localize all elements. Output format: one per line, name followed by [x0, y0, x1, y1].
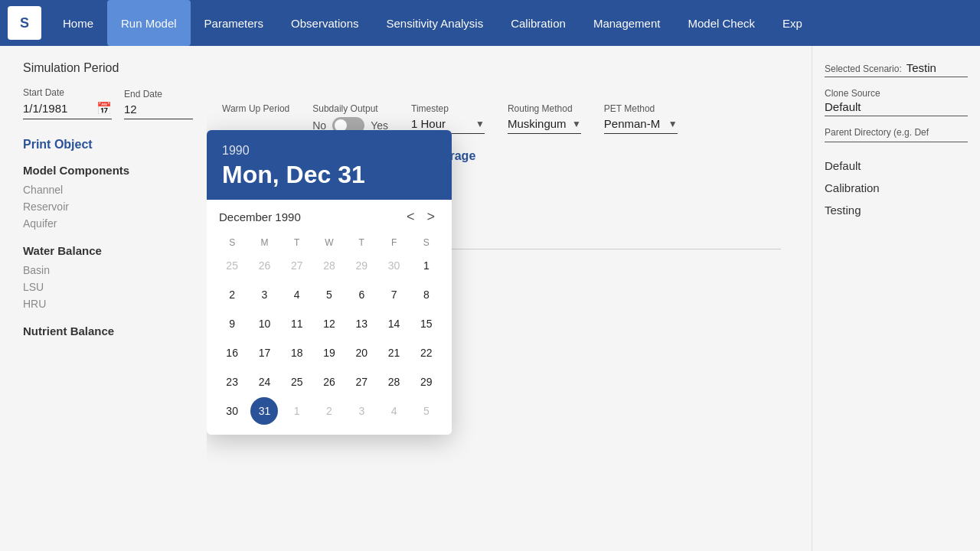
cal-cell-w1-d3[interactable]: 27: [283, 252, 311, 279]
cal-cell-w2-d5[interactable]: 6: [348, 281, 375, 308]
cal-cell-w5-d1[interactable]: 23: [218, 368, 246, 396]
day-header-t1: T: [281, 234, 313, 251]
cal-cell-w6-d6[interactable]: 4: [381, 397, 408, 425]
cal-cell-w5-d5[interactable]: 27: [348, 368, 375, 396]
cal-cell-w5-d7[interactable]: 29: [413, 368, 440, 396]
warmup-label: Warm Up Period: [222, 103, 289, 114]
nav-sensitivity[interactable]: Sensitivity Analysis: [372, 0, 497, 46]
day-header-s1: S: [216, 234, 248, 251]
routing-select[interactable]: Muskingum: [508, 117, 569, 130]
nav-observations[interactable]: Observations: [277, 0, 372, 46]
calendar-week-3: 9101112131415: [216, 309, 443, 338]
cal-cell-w3-d6[interactable]: 14: [381, 310, 408, 337]
cal-cell-w2-d2[interactable]: 3: [250, 281, 278, 308]
cal-cell-w3-d5[interactable]: 13: [348, 310, 375, 337]
calendar-week-2: 2345678: [216, 280, 443, 309]
sidebar-item-reservoir[interactable]: Reservoir: [23, 198, 184, 215]
cal-cell-w4-d4[interactable]: 19: [315, 339, 343, 367]
calendar-year: 1990: [222, 144, 436, 158]
start-date-label: Start Date: [23, 87, 112, 98]
cal-cell-w1-d4[interactable]: 28: [315, 252, 343, 279]
sim-period-label: Simulation Period: [23, 61, 184, 75]
date-fields-row: Start Date 📅 End Date: [23, 87, 184, 119]
cal-cell-w3-d1[interactable]: 9: [218, 310, 246, 337]
calendar-day-headers: S M T W T F S: [216, 234, 443, 251]
day-header-f: F: [377, 234, 410, 251]
cal-cell-w1-d5[interactable]: 29: [348, 252, 375, 279]
cal-cell-w6-d5[interactable]: 3: [348, 397, 375, 425]
cal-cell-w4-d3[interactable]: 18: [283, 339, 311, 367]
routing-label: Routing Method: [508, 103, 581, 114]
start-date-calendar-icon[interactable]: 📅: [96, 101, 112, 116]
cal-cell-w2-d6[interactable]: 7: [381, 281, 408, 308]
cal-cell-w1-d6[interactable]: 30: [381, 252, 408, 279]
clone-source-value[interactable]: Default: [825, 100, 968, 116]
sidebar-item-hru[interactable]: HRU: [23, 295, 184, 312]
cal-cell-w2-d7[interactable]: 8: [413, 281, 440, 308]
nav-management[interactable]: Management: [580, 0, 675, 46]
water-balance-label: Water Balance: [23, 244, 184, 257]
cal-cell-w2-d4[interactable]: 5: [315, 281, 343, 308]
calendar-date-label: Mon, Dec 31: [222, 161, 436, 189]
pet-select[interactable]: Penman-M: [604, 117, 665, 130]
nav-home[interactable]: Home: [49, 0, 107, 46]
cal-cell-w3-d3[interactable]: 11: [283, 310, 311, 337]
sidebar-item-basin[interactable]: Basin: [23, 262, 184, 279]
routing-dropdown-arrow: ▼: [572, 119, 581, 129]
nav-exp[interactable]: Exp: [769, 0, 816, 46]
cal-cell-w5-d2[interactable]: 24: [250, 368, 278, 396]
routing-field: Routing Method Muskingum ▼: [508, 103, 581, 134]
parent-dir-label: Parent Directory (e.g. Def: [825, 127, 968, 138]
sidebar-item-lsu[interactable]: LSU: [23, 279, 184, 295]
cal-cell-w4-d7[interactable]: 22: [413, 339, 440, 367]
calendar-week-1: 2526272829301: [216, 251, 443, 280]
day-header-w: W: [313, 234, 345, 251]
calendar-next-arrow[interactable]: >: [422, 207, 439, 227]
cal-cell-w2-d1[interactable]: 2: [218, 281, 246, 308]
scenario-option-default[interactable]: Default: [825, 155, 968, 177]
nav-parameters[interactable]: Parameters: [191, 0, 278, 46]
cal-cell-w1-d7[interactable]: 1: [413, 252, 440, 279]
cal-cell-w4-d6[interactable]: 21: [381, 339, 408, 367]
nav-calibration[interactable]: Calibration: [497, 0, 580, 46]
cal-cell-w6-d7[interactable]: 5: [413, 397, 440, 425]
model-components-label: Model Components: [23, 164, 184, 177]
sidebar-item-channel[interactable]: Channel: [23, 181, 184, 198]
nav-model-check[interactable]: Model Check: [674, 0, 769, 46]
pet-dropdown-wrapper: Penman-M ▼: [604, 117, 678, 134]
cal-cell-w4-d2[interactable]: 17: [250, 339, 278, 367]
cal-cell-w3-d7[interactable]: 15: [413, 310, 440, 337]
sidebar-item-aquifer[interactable]: Aquifer: [23, 215, 184, 232]
cal-cell-w1-d1[interactable]: 25: [218, 252, 246, 279]
calendar-prev-arrow[interactable]: <: [402, 207, 420, 227]
calendar-week-6: 303112345: [216, 396, 443, 425]
cal-cell-w1-d2[interactable]: 26: [250, 252, 278, 279]
selected-scenario-label: Selected Scenario:: [825, 64, 902, 74]
timestep-select[interactable]: 1 Hour: [411, 117, 472, 130]
start-date-wrapper: 📅: [23, 101, 112, 119]
cal-cell-w4-d5[interactable]: 20: [348, 339, 375, 367]
cal-cell-w2-d3[interactable]: 4: [283, 281, 311, 308]
category-nutrient-balance: Nutrient Balance: [23, 324, 184, 337]
cal-cell-w3-d2[interactable]: 10: [250, 310, 278, 337]
scenario-option-testing[interactable]: Testing: [825, 199, 968, 221]
cal-cell-w4-d1[interactable]: 16: [218, 339, 246, 367]
cal-cell-w6-d2[interactable]: 31: [250, 397, 278, 425]
cal-cell-w6-d1[interactable]: 30: [218, 397, 246, 425]
cal-cell-w6-d3[interactable]: 1: [283, 397, 311, 425]
cal-cell-w6-d4[interactable]: 2: [315, 397, 343, 425]
nutrient-balance-label: Nutrient Balance: [23, 324, 184, 337]
cal-cell-w3-d4[interactable]: 12: [315, 310, 343, 337]
calendar-month-label: December 1990: [219, 210, 301, 223]
scenario-option-calibration[interactable]: Calibration: [825, 177, 968, 199]
nav-run-model[interactable]: Run Model: [107, 0, 191, 46]
start-date-input[interactable]: [23, 102, 92, 115]
parent-dir-value[interactable]: [825, 139, 968, 142]
pet-field: PET Method Penman-M ▼: [604, 103, 678, 134]
cal-cell-w5-d6[interactable]: 28: [381, 368, 408, 396]
cal-cell-w5-d4[interactable]: 26: [315, 368, 343, 396]
routing-dropdown-wrapper: Muskingum ▼: [508, 117, 581, 134]
cal-cell-w5-d3[interactable]: 25: [283, 368, 311, 396]
calendar-week-5: 23242526272829: [216, 367, 443, 396]
end-date-input[interactable]: [124, 103, 193, 116]
